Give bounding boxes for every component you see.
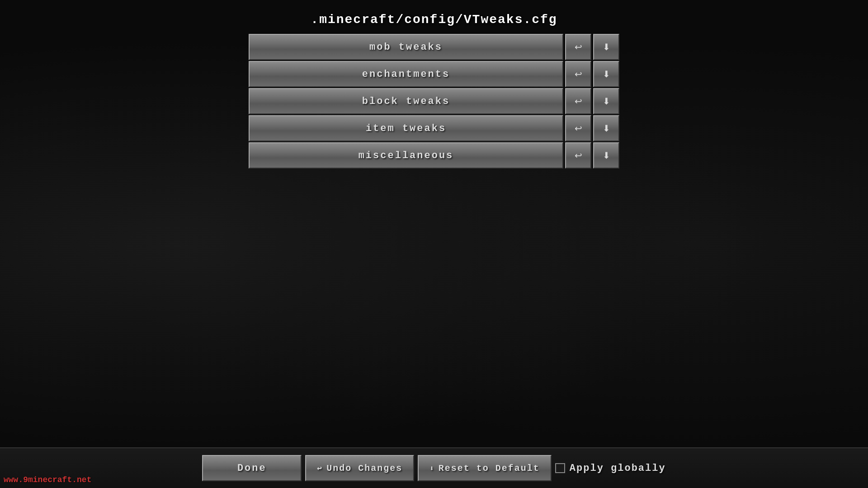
undo-changes-label: Undo Changes: [326, 463, 402, 474]
menu-button-miscellaneous[interactable]: miscellaneous: [249, 142, 563, 169]
reset-icon-button-block-tweaks[interactable]: ⬇: [593, 88, 619, 114]
undo-icon: [317, 463, 323, 474]
undo-icon-button-mob-tweaks[interactable]: ↩: [565, 34, 591, 60]
reset-icon-button-item-tweaks[interactable]: ⬇: [593, 115, 619, 141]
reset-to-default-button[interactable]: Reset to Default: [418, 455, 552, 481]
undo-icon-button-enchantments[interactable]: ↩: [565, 61, 591, 87]
page-title: .minecraft/config/VTweaks.cfg: [311, 13, 557, 27]
menu-button-block-tweaks[interactable]: block tweaks: [249, 88, 563, 114]
undo-changes-button[interactable]: Undo Changes: [305, 455, 414, 481]
menu-row-miscellaneous: miscellaneous↩⬇: [249, 142, 619, 169]
bottom-bar: Done Undo Changes Reset to Default Apply…: [0, 447, 868, 488]
undo-icon-button-miscellaneous[interactable]: ↩: [565, 142, 591, 169]
reset-to-default-label: Reset to Default: [439, 463, 540, 474]
menu-row-block-tweaks: block tweaks↩⬇: [249, 88, 619, 114]
apply-globally-checkbox[interactable]: [555, 463, 565, 473]
reset-icon-button-mob-tweaks[interactable]: ⬇: [593, 34, 619, 60]
done-button[interactable]: Done: [202, 455, 302, 481]
menu-list: mob tweaks↩⬇enchantments↩⬇block tweaks↩⬇…: [249, 34, 619, 169]
menu-button-mob-tweaks[interactable]: mob tweaks: [249, 34, 563, 60]
reset-icon-button-enchantments[interactable]: ⬇: [593, 61, 619, 87]
menu-button-enchantments[interactable]: enchantments: [249, 61, 563, 87]
watermark: www.9minecraft.net: [4, 475, 91, 484]
undo-icon-button-block-tweaks[interactable]: ↩: [565, 88, 591, 114]
menu-row-mob-tweaks: mob tweaks↩⬇: [249, 34, 619, 60]
menu-row-item-tweaks: item tweaks↩⬇: [249, 115, 619, 141]
menu-row-enchantments: enchantments↩⬇: [249, 61, 619, 87]
apply-globally-label: Apply globally: [570, 463, 666, 474]
undo-icon-button-item-tweaks[interactable]: ↩: [565, 115, 591, 141]
apply-globally-container[interactable]: Apply globally: [555, 463, 666, 474]
reset-icon: [429, 463, 435, 474]
menu-button-item-tweaks[interactable]: item tweaks: [249, 115, 563, 141]
reset-icon-button-miscellaneous[interactable]: ⬇: [593, 142, 619, 169]
